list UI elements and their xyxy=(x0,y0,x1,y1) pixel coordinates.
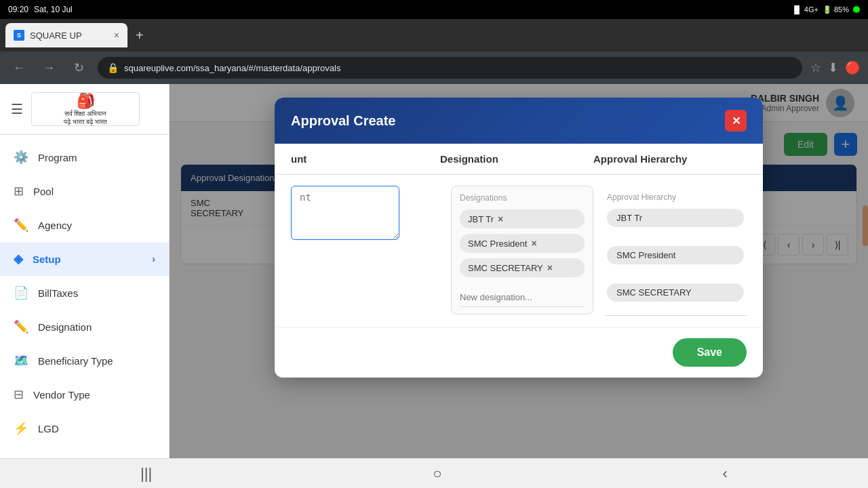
tag-jbt-tr-label: JBT Tr xyxy=(468,214,494,224)
approval-create-modal: Approval Create ✕ unt Designation Approv… xyxy=(275,98,763,378)
tab-favicon: S xyxy=(14,30,24,41)
col-header-approval-hierarchy: Approval Hierarchy xyxy=(593,153,747,165)
hierarchy-container: Approval Hierarchy JBT Tr SMC President xyxy=(604,186,747,316)
modal-body: unt Designation Approval Hierarchy xyxy=(275,144,763,327)
lock-icon: 🔒 xyxy=(107,62,119,73)
url-text: squareuplive.com/ssa_haryana/#/masterdat… xyxy=(124,63,340,73)
designation-icon: ✏️ xyxy=(14,319,28,334)
hamburger-menu[interactable]: ☰ xyxy=(11,101,23,117)
browser-action-icon[interactable]: 🔴 xyxy=(845,60,860,75)
browser-tab-bar: S SQUARE UP × + xyxy=(0,19,868,52)
refresh-button[interactable]: ↻ xyxy=(68,57,90,79)
hierarchy-column: Approval Hierarchy JBT Tr SMC President xyxy=(604,186,747,316)
sidebar-nav: ⚙️ Program ⊞ Pool ✏️ Agency ◈ Setup › 📄 … xyxy=(0,135,169,488)
tag-jbt-tr: JBT Tr × xyxy=(460,209,585,228)
logo-subtext: पढ़े भारत बढ़े भारत xyxy=(64,118,107,126)
sidebar-item-agency[interactable]: ✏️ Agency xyxy=(0,208,169,242)
tab-close-button[interactable]: × xyxy=(114,30,119,41)
download-icon[interactable]: ⬇ xyxy=(828,60,838,75)
col-header-designation: Designation xyxy=(440,153,593,165)
designation-tags-block: JBT Tr × SMC President × SMC SECRETARY xyxy=(460,209,585,307)
modal-table-content: Designations JBT Tr × SMC President × xyxy=(275,175,763,327)
status-date: Sat, 10 Jul xyxy=(34,5,73,14)
beneficiarytype-icon: 🗺️ xyxy=(14,353,28,368)
sidebar-item-setup[interactable]: ◈ Setup › xyxy=(0,242,169,276)
app-layout: ☰ 🎒 सर्व शिक्षा अभियान पढ़े भारत बढ़े भा… xyxy=(0,84,868,488)
new-tab-button[interactable]: + xyxy=(130,28,149,43)
bookmark-icon[interactable]: ☆ xyxy=(810,60,821,75)
tab-title: SQUARE UP xyxy=(30,30,82,41)
hier-tag-smc-president: SMC President xyxy=(607,246,744,264)
hier-tag-smc-president-label: SMC President xyxy=(616,250,675,260)
agency-icon: ✏️ xyxy=(14,218,28,232)
tag-smc-secretary-label: SMC SECRETARY xyxy=(468,263,543,273)
sidebar-item-setup-label: Setup xyxy=(33,253,61,265)
hierarchy-tags-block: JBT Tr SMC President SMC SECRETARY xyxy=(607,209,744,308)
setup-expand-icon: › xyxy=(152,253,155,264)
bottom-menu-button[interactable]: ||| xyxy=(130,462,163,485)
lgd-icon: ⚡ xyxy=(14,421,28,436)
designations-container: Designations JBT Tr × SMC President × xyxy=(451,186,593,314)
sidebar-item-program[interactable]: ⚙️ Program xyxy=(0,140,169,174)
green-dot xyxy=(853,6,860,13)
back-button[interactable]: ← xyxy=(8,57,30,79)
col-header-amount: unt xyxy=(291,153,440,165)
modal-close-button[interactable]: ✕ xyxy=(725,110,747,131)
hierarchy-label: Approval Hierarchy xyxy=(607,192,744,202)
sidebar-item-vendortype[interactable]: ⊟ Vendor Type xyxy=(0,378,169,411)
bottom-home-button[interactable]: ○ xyxy=(422,462,452,485)
logo-text: सर्व शिक्षा अभियान xyxy=(64,110,107,118)
hier-tag-smc-secretary-label: SMC SECRETARY xyxy=(616,287,692,298)
tag-smc-secretary: SMC SECRETARY × xyxy=(460,258,585,277)
sidebar-item-pool[interactable]: ⊞ Pool xyxy=(0,174,169,208)
sidebar-item-beneficiarytype[interactable]: 🗺️ Beneficiary Type xyxy=(0,344,169,378)
amount-column xyxy=(291,186,440,240)
forward-button[interactable]: → xyxy=(38,57,60,79)
designation-column: Designations JBT Tr × SMC President × xyxy=(451,186,593,314)
new-designation-input[interactable] xyxy=(460,288,585,307)
sidebar: ☰ 🎒 सर्व शिक्षा अभियान पढ़े भारत बढ़े भा… xyxy=(0,84,170,488)
sidebar-item-designation[interactable]: ✏️ Designation xyxy=(0,310,169,344)
address-bar-row: ← → ↻ 🔒 squareuplive.com/ssa_haryana/#/m… xyxy=(0,52,868,84)
tag-smc-president: SMC President × xyxy=(460,234,585,253)
battery-indicator: 🔋 85% xyxy=(823,5,849,14)
vendortype-icon: ⊟ xyxy=(14,387,24,402)
sidebar-item-vendortype-label: Vendor Type xyxy=(33,389,90,401)
sidebar-item-agency-label: Agency xyxy=(38,220,72,231)
hier-tag-jbt-tr-label: JBT Tr xyxy=(616,213,642,223)
bottom-nav: ||| ○ ‹ xyxy=(0,458,868,488)
amount-input[interactable] xyxy=(291,186,399,240)
pool-icon: ⊞ xyxy=(14,184,24,199)
signal-indicator: ▐▌ 4G+ xyxy=(791,5,818,14)
tag-smc-president-remove[interactable]: × xyxy=(531,238,536,249)
hier-tag-smc-secretary: SMC SECRETARY xyxy=(607,283,744,302)
tag-smc-president-label: SMC President xyxy=(468,239,527,249)
setup-icon: ◈ xyxy=(14,251,23,266)
modal-header: Approval Create ✕ xyxy=(275,98,763,144)
active-tab[interactable]: S SQUARE UP × xyxy=(5,23,127,47)
sidebar-item-pool-label: Pool xyxy=(33,186,54,197)
modal-column-headers: unt Designation Approval Hierarchy xyxy=(275,144,763,175)
tag-smc-secretary-remove[interactable]: × xyxy=(547,262,553,273)
sidebar-header: ☰ 🎒 सर्व शिक्षा अभियान पढ़े भारत बढ़े भा… xyxy=(0,84,169,135)
designations-label: Designations xyxy=(460,193,585,203)
sidebar-item-lgd[interactable]: ⚡ LGD xyxy=(0,411,169,445)
address-field[interactable]: 🔒 squareuplive.com/ssa_haryana/#/masterd… xyxy=(98,57,802,79)
modal-footer: Save xyxy=(275,327,763,378)
modal-overlay: Approval Create ✕ unt Designation Approv… xyxy=(170,84,868,488)
bottom-back-button[interactable]: ‹ xyxy=(712,462,738,485)
main-content: DALBIR SINGH Admin Approver 👤 Edit + App… xyxy=(170,84,868,488)
status-time: 09:20 xyxy=(8,5,28,14)
sidebar-item-lgd-label: LGD xyxy=(38,423,59,434)
sidebar-item-billtaxes-label: BillTaxes xyxy=(38,287,78,299)
tag-jbt-tr-remove[interactable]: × xyxy=(498,214,503,224)
program-icon: ⚙️ xyxy=(14,150,28,165)
modal-title: Approval Create xyxy=(291,113,396,129)
save-button[interactable]: Save xyxy=(673,338,747,367)
sidebar-item-beneficiarytype-label: Beneficiary Type xyxy=(38,355,113,367)
sidebar-item-program-label: Program xyxy=(38,152,77,163)
sidebar-item-designation-label: Designation xyxy=(38,321,92,333)
billtaxes-icon: 📄 xyxy=(14,285,28,300)
tab-list: S SQUARE UP × + xyxy=(5,19,149,52)
sidebar-item-billtaxes[interactable]: 📄 BillTaxes xyxy=(0,276,169,310)
